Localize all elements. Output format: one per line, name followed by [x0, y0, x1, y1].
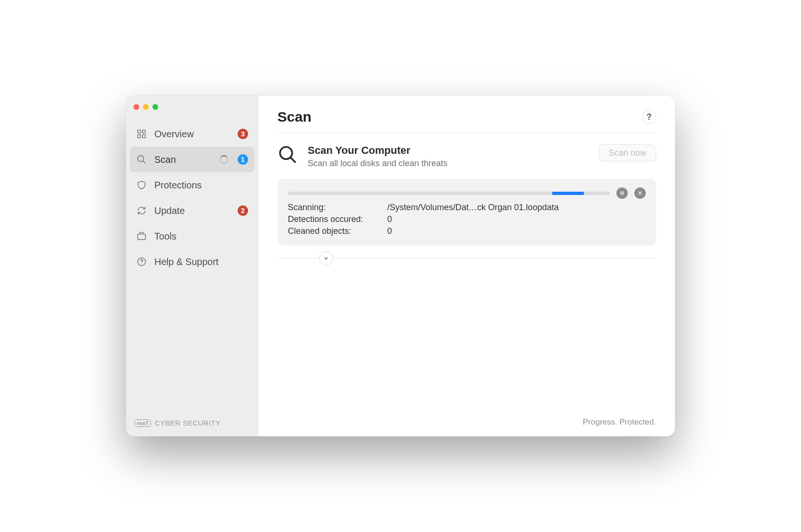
svg-point-4: [138, 156, 144, 162]
sidebar-item-label: Protections: [154, 180, 248, 191]
expand-row: [277, 250, 656, 266]
scan-info-grid: Scanning: /System/Volumes/Dat…ck Organ 0…: [288, 203, 646, 236]
svg-line-5: [143, 161, 146, 164]
sidebar-item-label: Overview: [154, 129, 230, 140]
svg-rect-3: [142, 135, 145, 138]
main-panel: Scan ? Scan Your Computer Scan all local…: [258, 96, 675, 436]
minimize-window-button[interactable]: [143, 104, 149, 110]
pause-icon: [619, 190, 625, 196]
stop-scan-button[interactable]: [634, 187, 646, 199]
app-window: Overview 3 Scan 1 Protections: [126, 96, 675, 436]
sidebar-item-label: Help & Support: [154, 257, 248, 267]
magnifier-icon: [277, 144, 298, 167]
svg-rect-12: [623, 191, 623, 195]
page-header: Scan ?: [277, 109, 656, 133]
detections-label: Detections occured:: [288, 214, 387, 224]
sidebar-item-protections[interactable]: Protections: [130, 172, 255, 198]
brand-logo: eseT: [134, 419, 151, 427]
scanning-label: Scanning:: [288, 203, 387, 213]
help-icon: [136, 257, 147, 267]
brand-text: CYBER SECURITY: [155, 419, 221, 427]
sidebar-item-scan[interactable]: Scan 1: [130, 147, 255, 172]
svg-rect-0: [138, 130, 141, 133]
overview-icon: [136, 129, 147, 139]
progress-chunk: [552, 192, 584, 195]
chevron-down-icon: [323, 255, 329, 262]
badge-update: 2: [238, 205, 248, 216]
update-icon: [136, 205, 147, 216]
progress-row: [288, 187, 646, 199]
close-icon: [637, 190, 643, 196]
svg-rect-6: [138, 234, 146, 239]
expand-details-button[interactable]: [319, 251, 333, 266]
sidebar: Overview 3 Scan 1 Protections: [126, 96, 258, 436]
svg-point-9: [280, 147, 293, 160]
cleaned-value: 0: [387, 226, 646, 236]
section-subtitle: Scan all local disks and clean threats: [308, 159, 447, 168]
tools-icon: [136, 231, 147, 241]
page-title: Scan: [277, 109, 312, 125]
sidebar-item-label: Update: [154, 205, 230, 216]
svg-rect-2: [138, 135, 141, 138]
section-text: Scan Your Computer Scan all local disks …: [308, 144, 447, 168]
badge-overview: 3: [238, 129, 248, 139]
badge-scan: 1: [238, 154, 248, 165]
sidebar-item-help-support[interactable]: Help & Support: [130, 249, 255, 275]
svg-rect-1: [142, 130, 145, 133]
divider: [277, 258, 656, 258]
svg-line-10: [291, 158, 295, 162]
scan-progress-card: Scanning: /System/Volumes/Dat…ck Organ 0…: [277, 179, 656, 246]
help-button[interactable]: ?: [642, 110, 656, 124]
scan-your-computer-section: Scan Your Computer Scan all local disks …: [277, 133, 656, 179]
shield-icon: [136, 180, 147, 190]
window-controls: [126, 100, 258, 118]
close-window-button[interactable]: [134, 104, 139, 110]
sidebar-item-label: Tools: [154, 231, 248, 242]
scanning-value: /System/Volumes/Dat…ck Organ 01.loopdata: [387, 203, 646, 213]
loading-spinner-icon: [220, 155, 228, 164]
scan-now-button[interactable]: Scan now: [599, 144, 656, 161]
sidebar-item-update[interactable]: Update 2: [130, 198, 255, 223]
section-title: Scan Your Computer: [308, 144, 447, 157]
progress-bar: [288, 192, 610, 195]
svg-point-8: [141, 264, 142, 264]
zoom-window-button[interactable]: [152, 104, 158, 110]
svg-rect-11: [621, 191, 622, 195]
sidebar-item-tools[interactable]: Tools: [130, 223, 255, 249]
sidebar-item-overview[interactable]: Overview 3: [130, 121, 255, 147]
sidebar-nav: Overview 3 Scan 1 Protections: [126, 118, 258, 277]
cleaned-label: Cleaned objects:: [288, 226, 387, 236]
pause-scan-button[interactable]: [616, 187, 628, 199]
sidebar-item-label: Scan: [154, 154, 212, 165]
footer-tagline: Progress. Protected.: [277, 417, 656, 436]
detections-value: 0: [387, 214, 646, 224]
scan-icon: [136, 154, 147, 165]
brand-footer: eseT CYBER SECURITY: [126, 410, 258, 436]
